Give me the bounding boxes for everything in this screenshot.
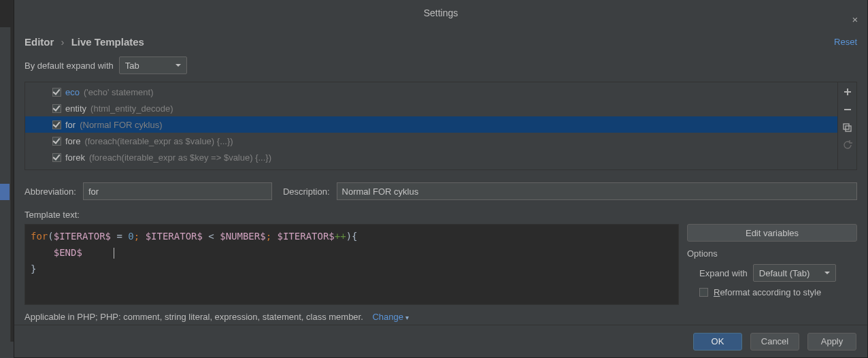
editor-column: for($ITERATOR$ = 0; $ITERATOR$ < $NUMBER… [24, 224, 679, 322]
lower-pane: for($ITERATOR$ = 0; $ITERATOR$ < $NUMBER… [24, 224, 857, 322]
ide-toolwindow-selected [0, 184, 10, 200]
revert-icon [842, 140, 853, 150]
description-label: Description: [283, 186, 330, 197]
option-expand-with-row: Expand with Default (Tab) [699, 264, 857, 282]
dialog-titlebar: Settings × [14, 0, 867, 26]
template-text-editor[interactable]: for($ITERATOR$ = 0; $ITERATOR$ < $NUMBER… [24, 224, 679, 305]
applicable-text: Applicable in PHP; PHP: comment, string … [24, 312, 363, 322]
settings-dialog: Settings × Editor › Live Templates Reset… [14, 0, 868, 358]
template-row-fore[interactable]: fore(foreach(iterable_expr as $value) {.… [25, 133, 837, 149]
template-desc: (foreach(iterable_expr as $key => $value… [89, 152, 271, 163]
template-text-label: Template text: [24, 210, 857, 220]
template-checkbox[interactable] [52, 104, 61, 113]
change-context-link[interactable]: Change▾ [372, 312, 409, 322]
edit-variables-button[interactable]: Edit variables [687, 224, 857, 242]
option-expand-with-label: Expand with [699, 268, 748, 278]
applicable-text-row: Applicable in PHP; PHP: comment, string … [24, 312, 679, 322]
template-checkbox[interactable] [52, 137, 61, 146]
option-reformat-label[interactable]: Reformat according to style [714, 287, 821, 297]
abbreviation-label: Abbreviation: [24, 186, 76, 197]
template-name: for [65, 120, 76, 130]
templates-list[interactable]: eco('echo' statement)entity(html_entity_… [25, 82, 837, 169]
templates-toolbar [837, 82, 856, 169]
expand-default-value: Tab [125, 61, 139, 71]
add-icon[interactable] [842, 86, 853, 97]
svg-rect-0 [844, 109, 851, 110]
apply-button[interactable]: Apply [807, 333, 856, 351]
option-expand-with-combo[interactable]: Default (Tab) [753, 264, 836, 282]
option-reformat-checkbox[interactable] [699, 288, 708, 297]
close-icon[interactable]: × [850, 7, 861, 18]
template-desc: (foreach(iterable_expr as $value) {...}) [84, 136, 233, 146]
templates-list-wrap: eco('echo' statement)entity(html_entity_… [24, 82, 857, 170]
svg-rect-2 [846, 126, 851, 131]
background-ide-stub [0, 0, 14, 358]
template-desc: (Normal FOR cyklus) [80, 120, 162, 130]
template-row-eco[interactable]: eco('echo' statement) [25, 84, 837, 100]
ide-toolwindow-strip [0, 27, 11, 344]
breadcrumb-part-live-templates: Live Templates [71, 36, 144, 48]
option-reformat-row: Reformat according to style [699, 287, 857, 297]
abbrev-desc-row: Abbreviation: Description: [24, 182, 857, 200]
cancel-button[interactable]: Cancel [750, 333, 799, 351]
template-row-entity[interactable]: entity(html_entity_decode) [25, 100, 837, 116]
expand-default-row: By default expand with Tab [24, 53, 857, 78]
dialog-content: Editor › Live Templates Reset By default… [14, 26, 867, 325]
expand-default-label: By default expand with [24, 61, 114, 71]
description-input[interactable] [337, 182, 857, 200]
options-title: Options [687, 248, 857, 259]
template-row-for[interactable]: for(Normal FOR cyklus) [25, 116, 837, 133]
options-column: Edit variables Options Expand with Defau… [687, 224, 857, 322]
template-name: fore [65, 136, 80, 146]
code-keyword-for: for [31, 231, 48, 242]
template-name: eco [65, 87, 80, 97]
template-checkbox[interactable] [52, 153, 61, 162]
template-name: entity [65, 103, 86, 114]
copy-icon[interactable] [842, 122, 853, 133]
dialog-footer: OK Cancel Apply [14, 325, 867, 357]
ide-statusbar-stub [0, 342, 14, 358]
template-desc: (html_entity_decode) [90, 103, 173, 114]
template-row-forek[interactable]: forek(foreach(iterable_expr as $key => $… [25, 149, 837, 165]
breadcrumb-sep: › [61, 36, 65, 48]
options-group: Options Expand with Default (Tab) Reform… [687, 248, 857, 303]
template-name: forek [65, 152, 85, 163]
expand-default-combo[interactable]: Tab [119, 56, 187, 74]
breadcrumb-part-editor[interactable]: Editor [24, 36, 54, 48]
reset-link[interactable]: Reset [834, 37, 857, 47]
template-desc: ('echo' statement) [84, 87, 154, 97]
abbreviation-input[interactable] [83, 182, 272, 200]
breadcrumb: Editor › Live Templates [24, 36, 834, 48]
template-checkbox[interactable] [52, 120, 61, 129]
ok-button[interactable]: OK [693, 333, 742, 351]
remove-icon[interactable] [842, 104, 853, 115]
breadcrumb-row: Editor › Live Templates Reset [24, 30, 857, 53]
dialog-title: Settings [424, 7, 458, 18]
chevron-down-icon: ▾ [405, 314, 409, 321]
svg-rect-1 [844, 124, 849, 129]
text-caret [114, 248, 114, 259]
template-checkbox[interactable] [52, 88, 61, 97]
